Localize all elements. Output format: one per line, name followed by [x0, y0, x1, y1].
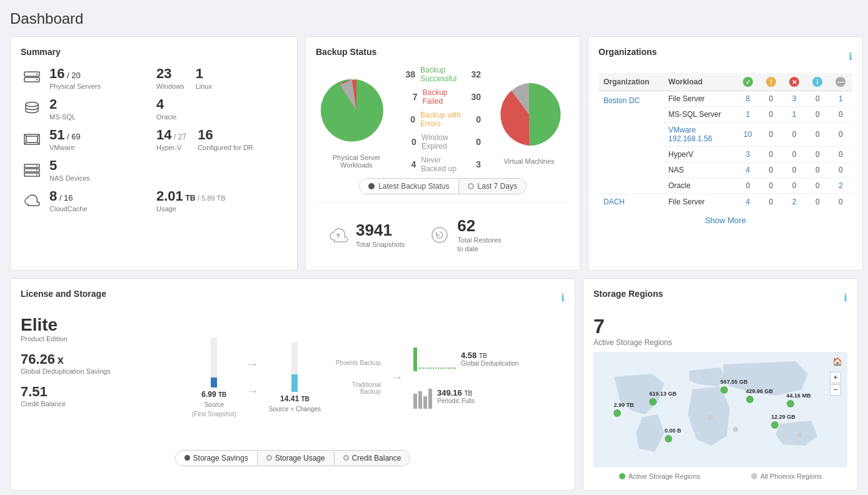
periodic-val: 349.16 TB [437, 388, 475, 398]
svg-point-3 [36, 79, 38, 80]
backup-stats: 3941 Total Snapshots 62 Total Restores t… [316, 210, 570, 260]
global-dedup-label: Global Deduplication [461, 360, 518, 367]
mssql-val: 2 [49, 96, 76, 112]
org-dach-header: DACH File Server 4 0 2 0 0 [598, 194, 852, 210]
cloudcache-label: CloudCache [49, 205, 88, 212]
storage-regions-panel: Storage Regions ℹ 7 Active Storage Regio… [583, 278, 858, 491]
source-label: Source [204, 401, 224, 408]
source-changes-val: 14.41 TB [280, 394, 310, 403]
legend-row-failed: 7 Backup Failed 30 [405, 88, 481, 106]
credit-label: Credit Balance [21, 400, 127, 408]
physical-servers-label: Physical Servers [49, 82, 101, 90]
global-dedup-val: 4.58 TB [461, 351, 518, 360]
phoenix-label: Phoenix Backup [336, 359, 381, 366]
windows-val: 23 [156, 66, 184, 82]
source-sub: (First Snapshot) [192, 411, 236, 418]
nas-icon [21, 159, 43, 181]
latest-backup-tab[interactable]: Latest Backup Status [360, 179, 458, 194]
hyperv-label: Hyper-V [156, 144, 186, 151]
org-table: Organization Workload ✓ ! ✕ i — Boston D… [598, 73, 852, 209]
virtual-pie-label: Virtual Machines [503, 158, 554, 165]
legend-row-successful: 38 Backup Successful 32 [405, 66, 481, 83]
zoom-out-btn[interactable]: − [830, 384, 841, 396]
map-legend: Active Storage Regions All Phoenix Regio… [593, 472, 847, 480]
nas-row: 5 NAS Devices [21, 158, 151, 182]
license-info-icon[interactable]: ℹ [561, 292, 565, 304]
org-table-header: Organization Workload ✓ ! ✕ i — [598, 73, 852, 91]
mssql-row: 2 MS-SQL [21, 96, 151, 121]
linux-val: 1 [196, 66, 212, 82]
region-dot-1: 2.99 TB [613, 409, 621, 417]
backup-status-title: Backup Status [316, 47, 570, 57]
backup-charts: Physical Server Workloads 38 Backup Succ… [316, 66, 570, 173]
storage-usage-tab[interactable]: Storage Usage [258, 451, 335, 466]
world-map-svg [593, 352, 847, 468]
last-7-days-tab[interactable]: Last 7 Days [459, 179, 526, 194]
hyperv-dr-row: 14 / 27 Hyper-V 16 Configured for DR [156, 127, 287, 151]
home-icon[interactable]: 🏠 [832, 357, 842, 366]
legend-row-errors: 0 Backup with Errors 0 [405, 111, 481, 128]
svg-point-16 [36, 174, 38, 175]
dedup-label: Global Deduplication Savings [21, 368, 127, 375]
dedup-val: 76.26 [21, 351, 55, 367]
snapshots-val: 3941 [356, 221, 405, 240]
restores-val: 62 [457, 216, 507, 236]
region-dot-7: 0.00 B [665, 435, 672, 442]
org-dach-name[interactable]: DACH [603, 198, 625, 206]
traditional-label: Traditional Backup [331, 381, 381, 395]
periodic-label: Periodic Fulls [437, 398, 475, 404]
cloudcache-val: 8 [49, 188, 57, 204]
legend-row-expired: 0 Window Expired 0 [405, 133, 481, 151]
nas-label: NAS Devices [49, 174, 90, 182]
legend-active: Active Storage Regions [619, 472, 700, 480]
phoenix-dot-1 [708, 415, 713, 420]
tab-inactive-dot [468, 183, 474, 189]
credit-balance-tab[interactable]: Credit Balance [335, 451, 410, 466]
storage-regions-info-icon[interactable]: ℹ [844, 292, 847, 304]
summary-panel: Summary 16 / 2 [10, 36, 298, 271]
svg-rect-6 [26, 136, 38, 142]
cloudcache-row: 8 / 16 CloudCache [21, 188, 151, 212]
svg-point-14 [36, 165, 38, 166]
credit-val: 7.51 [21, 384, 48, 399]
windows-linux-row: 23 Windows 1 Linux [156, 66, 287, 90]
org-boston-name[interactable]: Boston DC [603, 96, 640, 105]
edition-label: Product Edition [21, 335, 127, 342]
oracle-val: 4 [156, 96, 176, 112]
license-panel: License and Storage ℹ Elite Product Edit… [10, 278, 575, 491]
storage-savings-tab[interactable]: Storage Savings [176, 451, 258, 466]
usage-label: Usage [156, 205, 226, 212]
hyperv-val: 14 [156, 127, 171, 142]
restores-label: Total Restores to date [457, 236, 507, 254]
svg-point-2 [36, 73, 38, 74]
storage-diagram: 6.99 TB Source (First Snapshot) → → [146, 315, 565, 440]
snapshots-label: Total Snapshots [356, 240, 405, 249]
show-more-btn[interactable]: Show More [598, 209, 852, 231]
physical-servers-val: 16 [49, 66, 64, 81]
legend-row-never: 4 Never Backed up 3 [405, 156, 481, 173]
zoom-in-btn[interactable]: + [830, 372, 841, 383]
nas-val: 5 [49, 158, 90, 174]
dr-label: Configured for DR [198, 144, 253, 151]
physical-servers-row: 16 / 20 Physical Servers [21, 66, 151, 90]
source-val: 6.99 TB [201, 390, 226, 399]
org-info-icon[interactable]: ℹ [849, 51, 852, 62]
cloudcache-icon [21, 189, 43, 212]
region-count-label: Active Storage Regions [593, 338, 847, 347]
vmware-row: 51 / 69 VMware [21, 127, 151, 151]
organizations-panel: Organizations ℹ Organization Workload ✓ … [588, 36, 863, 271]
region-count: 7 [593, 315, 605, 338]
physical-pie-label: Physical Server Workloads [316, 154, 397, 169]
virtual-pie-chart [488, 74, 570, 155]
cloud-upload-icon [328, 225, 348, 245]
usage-row: 2.01 TB / 5.89 TB Usage [156, 188, 287, 212]
region-dot-3: 567.55 GB [720, 386, 728, 394]
page-title: Dashboard [10, 10, 858, 28]
region-dot-6: 12.29 GB [771, 421, 779, 429]
vmware-icon [21, 128, 43, 151]
server-icon [21, 67, 43, 89]
storage-regions-title: Storage Regions [593, 289, 663, 299]
tab-active-dot [368, 183, 375, 189]
phoenix-dot-3 [797, 432, 802, 438]
svg-point-15 [36, 169, 38, 171]
